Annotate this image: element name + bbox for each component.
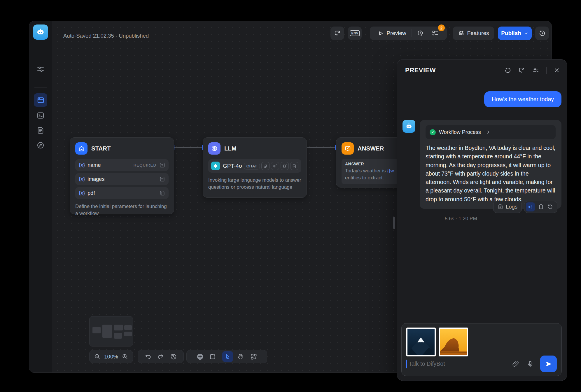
hand-tool-button[interactable] xyxy=(237,353,244,360)
regenerate-button[interactable] xyxy=(547,204,553,210)
user-message-bubble: How's the weather today xyxy=(484,91,561,107)
add-node-button[interactable] xyxy=(196,353,204,360)
openai-icon xyxy=(211,162,220,170)
publish-button[interactable]: Publish xyxy=(498,27,532,40)
node-llm[interactable]: LLM GPT-4o CHAT xyxy=(203,137,307,198)
edge-llm-answer xyxy=(307,147,336,148)
node-description: Invoking large language models to answer… xyxy=(208,177,301,191)
undo-button[interactable] xyxy=(145,353,152,360)
model-selector[interactable]: GPT-4o CHAT xyxy=(208,159,301,173)
node-title: ANSWER xyxy=(358,145,384,152)
zoom-in-button[interactable] xyxy=(122,353,128,360)
features-button[interactable]: Features xyxy=(453,27,494,40)
publish-label: Publish xyxy=(501,30,521,36)
variable-name: pdf xyxy=(88,190,95,196)
list-type-icon xyxy=(159,176,165,182)
microphone-icon xyxy=(527,360,534,368)
change-history-button[interactable] xyxy=(170,353,177,360)
workflow-process-bar[interactable]: Workflow Process xyxy=(426,125,556,139)
topbar-divider xyxy=(366,29,366,37)
required-tag: REQUIRED xyxy=(134,163,156,167)
chat-annotation-icon xyxy=(334,30,341,37)
env-button[interactable]: ENV xyxy=(348,27,362,40)
app-avatar[interactable] xyxy=(33,24,48,40)
logs-document-icon xyxy=(36,126,45,134)
success-check-icon xyxy=(430,129,436,135)
message-tools-group xyxy=(524,201,557,213)
variable-token: {{w xyxy=(387,168,394,174)
close-preview-button[interactable] xyxy=(554,67,560,74)
variable-prefix: {x} xyxy=(79,162,85,168)
robot-icon xyxy=(405,122,413,131)
message-actions: Logs xyxy=(493,201,557,213)
speaker-button[interactable] xyxy=(526,202,535,211)
llm-brain-icon xyxy=(208,142,220,155)
preview-title: PREVIEW xyxy=(405,66,436,74)
model-name: GPT-4o xyxy=(223,163,242,169)
preview-header: PREVIEW xyxy=(397,60,567,81)
preview-run-button[interactable]: Preview xyxy=(378,30,406,36)
annotation-button[interactable] xyxy=(330,27,344,40)
copy-button[interactable] xyxy=(538,204,544,210)
logs-button[interactable]: Logs xyxy=(493,201,522,213)
annotation-reply-button[interactable] xyxy=(518,67,525,74)
send-button[interactable] xyxy=(540,356,557,372)
sidebar-item-orchestrate[interactable] xyxy=(34,93,47,107)
minimap[interactable] xyxy=(89,316,133,346)
node-description: Define the initial parameters for launch… xyxy=(75,203,169,217)
canvas-scrollbar-thumb[interactable] xyxy=(393,217,395,229)
sidebar xyxy=(29,21,52,372)
attachment-thumbnail-fuji[interactable] xyxy=(406,328,436,356)
sidebar-item-monitoring[interactable] xyxy=(36,141,45,149)
vision-capability-icon xyxy=(261,162,270,170)
node-start[interactable]: START {x} name REQUIRED {x} images xyxy=(70,137,174,214)
text-cursor xyxy=(406,360,407,368)
zoom-level[interactable]: 100% xyxy=(104,354,118,360)
logs-label: Logs xyxy=(506,204,517,210)
files-type-icon xyxy=(159,190,165,196)
variable-row-images[interactable]: {x} images xyxy=(75,173,169,185)
redo-button[interactable] xyxy=(157,353,164,360)
run-history-button[interactable] xyxy=(417,30,424,37)
send-icon xyxy=(545,360,552,368)
variable-name: name xyxy=(88,162,101,168)
sidebar-divider xyxy=(34,87,47,88)
zoom-out-button[interactable] xyxy=(94,353,101,360)
chevron-right-icon xyxy=(486,130,491,134)
mountain-night-image xyxy=(407,329,435,355)
variable-row-name[interactable]: {x} name REQUIRED xyxy=(75,159,169,171)
bot-message-text: The weather in Boydton, VA today is clea… xyxy=(426,144,556,204)
audio-capability-icon xyxy=(271,162,279,170)
pointer-tool-button[interactable] xyxy=(222,351,233,362)
chat-area: How's the weather today Workflow Process xyxy=(402,81,561,322)
play-icon xyxy=(378,31,384,36)
restart-conversation-button[interactable] xyxy=(504,67,511,74)
organize-blocks-button[interactable] xyxy=(250,353,257,360)
variable-prefix: {x} xyxy=(79,190,85,196)
chat-input[interactable] xyxy=(409,360,505,367)
features-shapes-icon xyxy=(458,30,464,36)
sidebar-item-logs[interactable] xyxy=(36,126,45,134)
checklist-button[interactable] xyxy=(432,30,439,37)
conversation-settings-button[interactable] xyxy=(532,67,539,74)
chat-input-box[interactable] xyxy=(401,323,562,376)
variable-row-pdf[interactable]: {x} pdf xyxy=(75,187,169,199)
answer-bubble-icon xyxy=(342,142,354,155)
add-note-button[interactable] xyxy=(209,353,216,360)
node-title: LLM xyxy=(224,145,237,152)
zoom-toolbar: 100% xyxy=(89,350,133,363)
chat-input-row xyxy=(406,356,557,372)
version-history-button[interactable] xyxy=(535,27,549,40)
sidebar-item-terminal[interactable] xyxy=(36,111,45,120)
attachment-thumbnail-sunset[interactable] xyxy=(439,328,468,356)
checklist-icon xyxy=(432,30,439,37)
bot-avatar xyxy=(402,120,415,133)
preview-run-label: Preview xyxy=(386,30,406,36)
attach-file-button[interactable] xyxy=(512,360,519,368)
document-capability-icon xyxy=(290,162,298,170)
checklist-badge: 2 xyxy=(438,24,445,31)
regenerate-icon xyxy=(547,204,553,210)
settings-sliders-icon[interactable] xyxy=(36,65,45,74)
voice-input-button[interactable] xyxy=(527,360,534,368)
workflow-process-label: Workflow Process xyxy=(439,129,481,135)
